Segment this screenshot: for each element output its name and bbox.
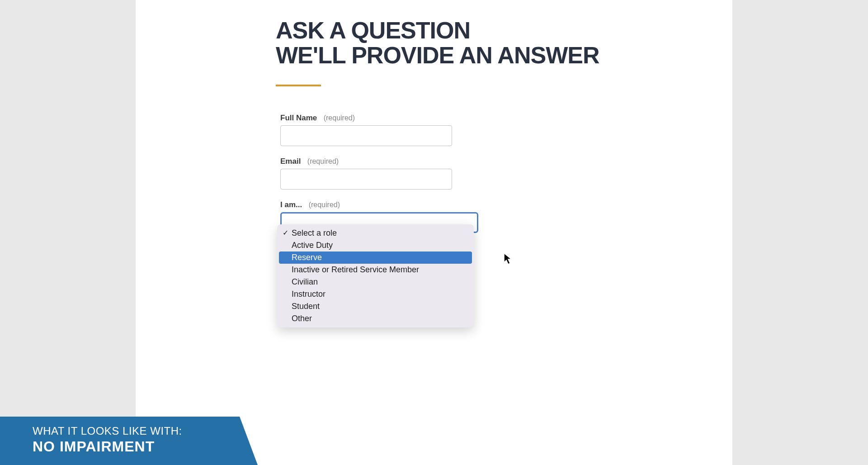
role-option-other[interactable]: Other xyxy=(279,313,472,325)
fullname-input[interactable] xyxy=(280,125,452,146)
form-group-email: Email (required) xyxy=(280,157,732,190)
label-row-email: Email (required) xyxy=(280,157,732,166)
role-required: (required) xyxy=(309,201,340,209)
role-dropdown-list: Select a role Active Duty Reserve Inacti… xyxy=(277,224,474,327)
role-option-active-duty[interactable]: Active Duty xyxy=(279,239,472,251)
email-input[interactable] xyxy=(280,169,452,190)
cursor-icon xyxy=(503,252,514,267)
heading-line-2: WE'LL PROVIDE AN ANSWER xyxy=(276,43,732,68)
role-option-reserve[interactable]: Reserve xyxy=(279,251,472,264)
role-option-student[interactable]: Student xyxy=(279,300,472,313)
email-required: (required) xyxy=(307,157,339,165)
page-heading: ASK A QUESTION WE'LL PROVIDE AN ANSWER xyxy=(276,18,732,67)
form-section: Full Name (required) Email (required) I … xyxy=(276,114,732,233)
banner-line-2: NO IMPAIRMENT xyxy=(33,438,231,455)
role-option-select[interactable]: Select a role xyxy=(279,227,472,239)
role-select[interactable]: Select a role Active Duty Reserve Inacti… xyxy=(280,212,478,233)
email-label: Email xyxy=(280,157,301,166)
fullname-required: (required) xyxy=(324,114,355,122)
role-label: I am... xyxy=(280,200,302,209)
content-area: ASK A QUESTION WE'LL PROVIDE AN ANSWER F… xyxy=(136,18,732,233)
role-option-instructor[interactable]: Instructor xyxy=(279,288,472,300)
impairment-banner: WHAT IT LOOKS LIKE WITH: NO IMPAIRMENT xyxy=(0,417,258,465)
banner-line-1: WHAT IT LOOKS LIKE WITH: xyxy=(33,425,231,437)
role-option-inactive[interactable]: Inactive or Retired Service Member xyxy=(279,264,472,276)
label-row-role: I am... (required) xyxy=(280,200,732,209)
role-option-civilian[interactable]: Civilian xyxy=(279,276,472,288)
label-row-fullname: Full Name (required) xyxy=(280,114,732,123)
page-container: ASK A QUESTION WE'LL PROVIDE AN ANSWER F… xyxy=(136,0,732,465)
form-group-role: I am... (required) Select a role Active … xyxy=(280,200,732,233)
form-group-fullname: Full Name (required) xyxy=(280,114,732,146)
fullname-label: Full Name xyxy=(280,114,317,122)
heading-divider xyxy=(276,85,321,86)
heading-line-1: ASK A QUESTION xyxy=(276,18,732,43)
